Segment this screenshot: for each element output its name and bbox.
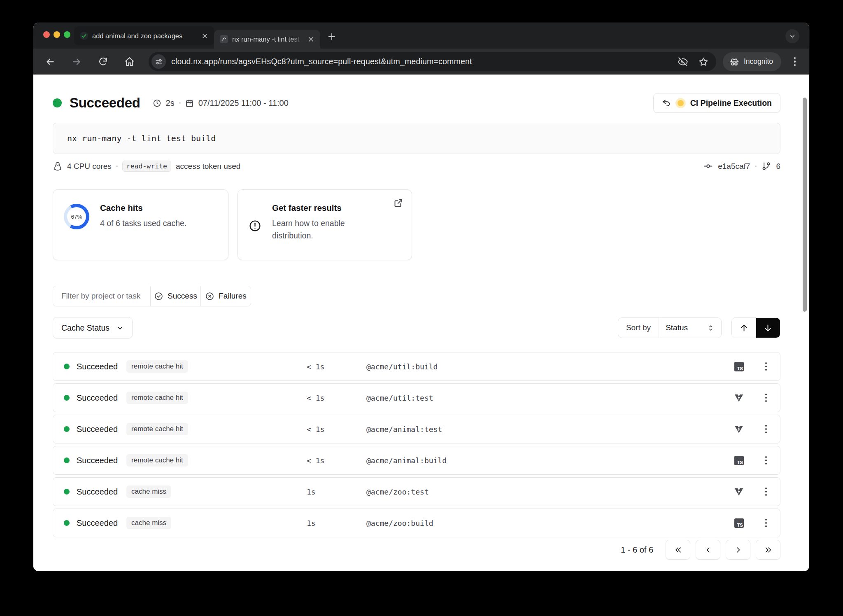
page-content: Succeeded 2s 07/11/2025 11:00 - 11:00 CI… xyxy=(33,75,809,571)
minimize-window-button[interactable] xyxy=(54,31,60,38)
row-task-name[interactable]: @acme/animal:build xyxy=(366,456,727,465)
row-menu-button[interactable] xyxy=(751,425,769,434)
row-menu-button[interactable] xyxy=(751,394,769,402)
row-task-name[interactable]: @acme/util:build xyxy=(366,362,727,371)
vitest-icon xyxy=(734,487,744,497)
summary-cards: 67% Cache hits 4 of 6 tasks used cache. … xyxy=(53,189,780,260)
distribution-card[interactable]: Get faster results Learn how to enable d… xyxy=(238,189,412,260)
cache-hits-card: 67% Cache hits 4 of 6 tasks used cache. xyxy=(53,189,228,260)
row-status-label: Succeeded xyxy=(77,487,118,497)
arrow-down-icon xyxy=(763,323,773,333)
cache-status-dropdown[interactable]: Cache Status xyxy=(53,317,133,338)
sort-by-label: Sort by xyxy=(618,318,659,338)
row-task-name[interactable]: @acme/zoo:test xyxy=(366,488,727,496)
row-status-cell: Succeeded remote cache hit xyxy=(64,392,307,404)
commit-sha[interactable]: e1a5caf7 xyxy=(718,162,750,171)
scrollbar-thumb[interactable] xyxy=(803,98,807,312)
access-token-badge: read-write xyxy=(122,161,171,172)
chevrons-left-icon xyxy=(674,546,682,554)
tab-search-chevron-button[interactable] xyxy=(785,29,799,43)
row-status-cell: Succeeded cache miss xyxy=(64,485,307,498)
alert-circle-icon xyxy=(249,219,261,232)
table-row[interactable]: Succeeded cache miss 1s @acme/zoo:build … xyxy=(53,509,780,537)
sort-descending-button[interactable] xyxy=(756,318,780,338)
cache-status-label: Cache Status xyxy=(61,323,109,333)
table-row[interactable]: Succeeded cache miss 1s @acme/zoo:test T… xyxy=(53,477,780,506)
first-page-button[interactable] xyxy=(666,540,690,560)
table-row[interactable]: Succeeded remote cache hit < 1s @acme/ut… xyxy=(53,383,780,412)
chevrons-right-icon xyxy=(764,546,773,554)
pipeline-execution-button[interactable]: CI Pipeline Execution xyxy=(653,93,780,113)
external-link-icon[interactable] xyxy=(394,198,403,208)
vitest-icon xyxy=(734,424,744,434)
home-button[interactable] xyxy=(121,53,138,70)
chevrons-up-down-icon xyxy=(707,324,715,332)
x-circle-icon xyxy=(205,292,214,301)
row-duration: < 1s xyxy=(307,425,366,434)
chevron-down-icon xyxy=(116,324,124,332)
close-tab-icon[interactable] xyxy=(307,35,314,43)
github-check-favicon xyxy=(80,32,88,40)
row-status-label: Succeeded xyxy=(77,362,118,371)
vcs-info: e1a5caf7 6 xyxy=(703,161,780,171)
new-tab-button[interactable] xyxy=(324,29,339,44)
row-cache-badge: remote cache hit xyxy=(126,423,188,435)
forward-button[interactable] xyxy=(68,53,85,70)
row-menu-button[interactable] xyxy=(751,519,769,527)
filter-success-button[interactable]: Success xyxy=(150,286,200,306)
list-controls: Cache Status Sort by Status xyxy=(53,317,780,338)
run-command-box: nx run-many -t lint test build xyxy=(53,123,780,154)
typescript-icon: TS xyxy=(734,456,744,465)
table-row[interactable]: Succeeded remote cache hit < 1s @acme/an… xyxy=(53,446,780,475)
previous-page-button[interactable] xyxy=(696,540,720,560)
next-page-button[interactable] xyxy=(726,540,750,560)
tab-title: nx run-many -t lint test ... fro xyxy=(232,35,303,43)
site-settings-icon[interactable] xyxy=(151,54,166,69)
filter-failures-label: Failures xyxy=(219,292,247,301)
sort-field-select[interactable]: Status xyxy=(659,318,721,338)
filter-input[interactable] xyxy=(53,286,150,306)
sort-ascending-button[interactable] xyxy=(732,318,756,338)
url-text[interactable]: cloud.nx.app/runs/agsvEHsQc8?utm_source=… xyxy=(171,57,668,66)
zoom-window-button[interactable] xyxy=(64,31,70,38)
typescript-icon: TS xyxy=(734,362,744,371)
check-circle-icon xyxy=(154,292,163,301)
row-status-label: Succeeded xyxy=(77,393,118,403)
table-row[interactable]: Succeeded remote cache hit < 1s @acme/ut… xyxy=(53,352,780,381)
filter-failures-button[interactable]: Failures xyxy=(200,286,251,306)
row-task-name[interactable]: @acme/zoo:build xyxy=(366,519,727,527)
row-menu-button[interactable] xyxy=(751,456,769,465)
run-status-title: Succeeded xyxy=(70,95,140,111)
close-window-button[interactable] xyxy=(43,31,50,38)
cache-hits-percent: 67% xyxy=(71,214,82,220)
back-button[interactable] xyxy=(42,53,59,70)
row-menu-button[interactable] xyxy=(751,362,769,371)
bookmark-star-icon[interactable] xyxy=(698,56,709,67)
tab-pull-request[interactable]: add animal and zoo packages xyxy=(74,26,214,45)
last-page-button[interactable] xyxy=(756,540,780,560)
cache-hits-donut: 67% xyxy=(64,204,89,229)
close-tab-icon[interactable] xyxy=(201,32,208,40)
row-duration: 1s xyxy=(307,519,366,527)
row-menu-button[interactable] xyxy=(751,488,769,496)
browser-menu-button[interactable] xyxy=(789,57,800,66)
task-list: Succeeded remote cache hit < 1s @acme/ut… xyxy=(53,352,780,537)
filter-bar: Success Failures xyxy=(53,286,251,306)
branch-count[interactable]: 6 xyxy=(776,162,780,171)
tab-nx-run[interactable]: nx run-many -t lint test ... fro xyxy=(214,30,320,49)
dot-separator xyxy=(116,166,118,167)
row-task-name[interactable]: @acme/animal:test xyxy=(366,425,727,434)
row-status-label: Succeeded xyxy=(77,456,118,465)
incognito-badge: Incognito xyxy=(723,52,781,71)
reload-button[interactable] xyxy=(94,53,112,70)
address-bar[interactable]: cloud.nx.app/runs/agsvEHsQc8?utm_source=… xyxy=(149,52,716,71)
browser-toolbar: cloud.nx.app/runs/agsvEHsQc8?utm_source=… xyxy=(33,49,809,75)
pagination: 1 - 6 of 6 xyxy=(53,540,780,560)
eye-off-icon[interactable] xyxy=(678,56,688,67)
table-row[interactable]: Succeeded remote cache hit < 1s @acme/an… xyxy=(53,415,780,443)
distribution-title: Get faster results xyxy=(272,203,361,213)
pagination-label: 1 - 6 of 6 xyxy=(621,545,653,555)
row-status-dot xyxy=(64,395,70,401)
row-status-label: Succeeded xyxy=(77,425,118,434)
row-task-name[interactable]: @acme/util:test xyxy=(366,394,727,402)
